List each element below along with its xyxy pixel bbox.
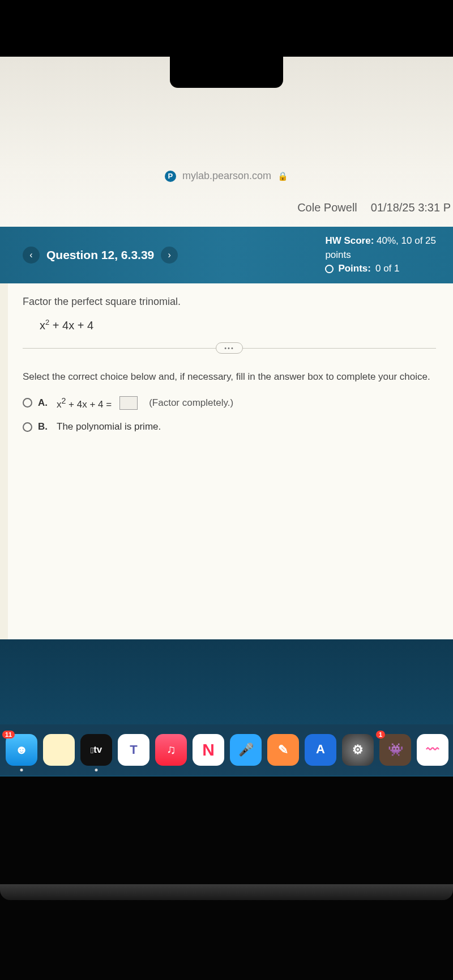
laptop-edge (0, 884, 453, 900)
app-store-icon[interactable]: A (305, 734, 336, 766)
choice-a-row: A. x2 + 4x + 4 = (Factor completely.) (23, 396, 436, 410)
keynote-icon[interactable]: 🎤 (230, 734, 262, 766)
finder-icon[interactable]: 11 ☻ (6, 734, 37, 766)
settings-icon[interactable]: ⚙ (342, 734, 374, 766)
finder-face-icon: ☻ (15, 743, 28, 757)
lock-icon: 🔒 (277, 171, 288, 181)
question-expression: x2 + 4x + 4 (40, 318, 436, 332)
user-info-row: Cole Powell 01/18/25 3:31 P (297, 201, 453, 214)
answer-choices: A. x2 + 4x + 4 = (Factor completely.) B.… (23, 396, 436, 433)
choice-b-radio[interactable] (23, 422, 32, 432)
expr-rest: + 4x + 4 (49, 319, 93, 332)
points-status-icon (325, 265, 334, 273)
browser-url-bar[interactable]: P mylab.pearson.com 🔒 (0, 170, 453, 182)
page-timestamp: 01/18/25 3:31 P (371, 201, 451, 214)
choice-a-expression: x2 + 4x + 4 = (57, 396, 112, 410)
pages-icon[interactable]: ✎ (267, 734, 299, 766)
tv-label: tv (93, 744, 102, 756)
question-number-label: Question 12, 6.3.39 (46, 248, 154, 262)
prev-question-button[interactable]: ‹ (23, 247, 40, 264)
expr-var: x (40, 319, 45, 332)
choice-b-label: B. (38, 421, 48, 432)
macos-dock: 11 ☻ tv T ♫ N 🎤 ✎ A ⚙ 1👾 〰 ◧ 🐻 (0, 724, 453, 775)
choice-b-row: B. The polynomial is prime. (23, 421, 436, 432)
answer-instruction: Select the correct choice below and, if … (23, 371, 436, 383)
question-nav: ‹ Question 12, 6.3.39 › (23, 247, 178, 264)
running-indicator (20, 769, 23, 771)
folder-icon[interactable] (43, 734, 75, 766)
choice-b-text: The polynomial is prime. (57, 421, 161, 432)
points-label: Points: (338, 262, 371, 276)
freeform-icon[interactable]: 〰 (417, 734, 448, 766)
hw-score-label: HW Score: (325, 235, 374, 246)
choice-a-note: (Factor completely.) (149, 397, 233, 409)
url-text: mylab.pearson.com (182, 170, 271, 181)
news-icon[interactable]: N (193, 734, 224, 766)
section-divider: ••• (23, 348, 436, 349)
finder-badge: 11 (2, 731, 15, 739)
music-icon[interactable]: ♫ (155, 734, 187, 766)
user-name: Cole Powell (297, 201, 357, 214)
choice-a-var: x (57, 398, 62, 409)
pearson-icon: P (165, 171, 176, 182)
hw-score-unit: points (325, 248, 436, 262)
choice-a-label: A. (38, 397, 48, 409)
teams-icon[interactable]: T (118, 734, 149, 766)
question-banner: ‹ Question 12, 6.3.39 › HW Score: 40%, 1… (0, 227, 453, 283)
choice-a-radio[interactable] (23, 398, 32, 408)
answer-input-box[interactable] (119, 396, 138, 410)
apple-tv-icon[interactable]: tv (80, 734, 112, 766)
running-indicator (95, 769, 98, 771)
game-badge: 1 (376, 731, 385, 739)
choice-a-rest: + 4x + 4 = (66, 398, 112, 409)
next-question-button[interactable]: › (161, 247, 178, 264)
game-icon[interactable]: 1👾 (379, 734, 411, 766)
hw-score-value: 40%, 10 of 25 (377, 235, 436, 246)
question-prompt: Factor the perfect square trinomial. (23, 296, 436, 308)
points-value: 0 of 1 (375, 262, 400, 276)
camera-notch (170, 54, 283, 88)
score-block: HW Score: 40%, 10 of 25 points Points: 0… (325, 234, 436, 276)
below-screen (0, 777, 453, 980)
expand-pill-button[interactable]: ••• (216, 342, 243, 354)
